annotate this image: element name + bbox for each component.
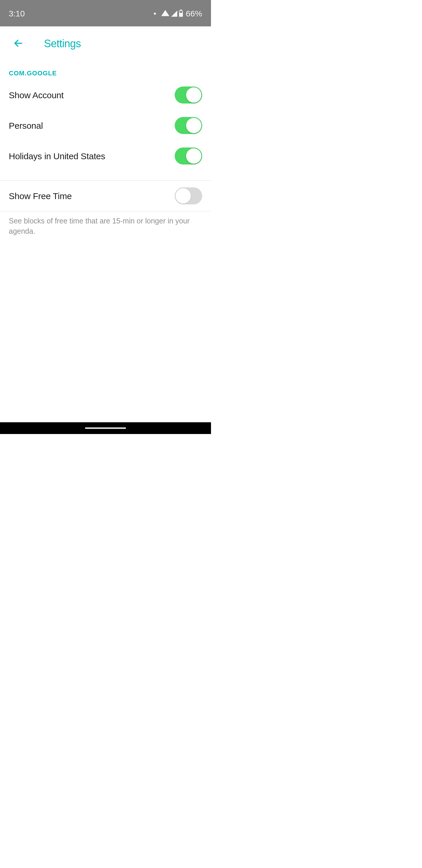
battery-percentage: 66% <box>186 9 202 19</box>
nav-handle[interactable] <box>85 428 126 429</box>
status-dot-icon <box>154 12 156 15</box>
setting-label: Show Account <box>9 90 64 100</box>
setting-label: Holidays in United States <box>9 151 105 161</box>
setting-holidays[interactable]: Holidays in United States <box>0 141 211 171</box>
back-arrow-icon <box>13 38 24 49</box>
app-bar: Settings <box>0 26 211 61</box>
setting-show-account[interactable]: Show Account <box>0 80 211 110</box>
setting-personal[interactable]: Personal <box>0 110 211 141</box>
wifi-icon <box>161 10 169 16</box>
hint-text: See blocks of free time that are 15-min … <box>0 211 211 241</box>
status-time: 3:10 <box>9 9 25 19</box>
battery-icon <box>179 10 183 17</box>
signal-icon <box>171 10 177 17</box>
navigation-bar <box>0 422 211 434</box>
setting-label: Personal <box>9 121 43 131</box>
toggle-personal[interactable] <box>175 117 202 134</box>
toggle-show-free-time[interactable] <box>175 187 202 205</box>
status-bar: 3:10 66% <box>0 0 211 26</box>
back-button[interactable] <box>4 35 32 52</box>
setting-show-free-time[interactable]: Show Free Time <box>0 181 211 211</box>
section-header: COM.GOOGLE <box>0 61 211 80</box>
setting-label: Show Free Time <box>9 191 72 201</box>
toggle-show-account[interactable] <box>175 87 202 103</box>
toggle-holidays[interactable] <box>175 148 202 164</box>
status-indicators: 66% <box>154 9 202 19</box>
page-title: Settings <box>44 37 81 50</box>
